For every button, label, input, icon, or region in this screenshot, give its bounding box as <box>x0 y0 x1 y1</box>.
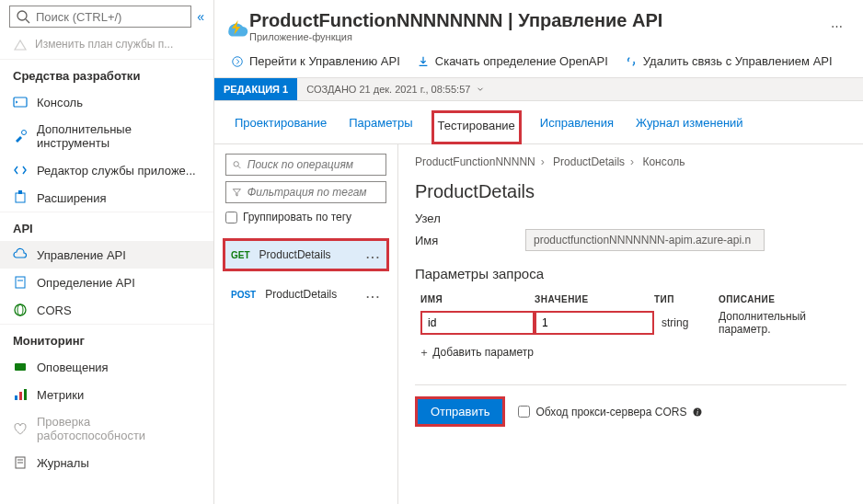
tab-test[interactable]: Тестирование <box>432 110 522 144</box>
tab-changelog[interactable]: Журнал изменений <box>632 110 747 143</box>
code-icon <box>13 163 28 178</box>
add-parameter-button[interactable]: ＋ Добавить параметр <box>415 338 846 368</box>
param-name-input[interactable] <box>420 311 535 335</box>
sidebar: « Изменить план службы п... Средства раз… <box>0 0 214 504</box>
function-app-icon <box>224 14 249 40</box>
detail-title: ProductDetails <box>415 181 846 202</box>
verb-post: POST <box>231 290 256 300</box>
goto-apim-link[interactable]: Перейти к Управлению API <box>231 54 400 68</box>
sidebar-item-extensions[interactable]: Расширения <box>0 184 213 212</box>
unlink-apim-link[interactable]: Удалить связь с Управлением API <box>625 54 833 68</box>
info-icon: i <box>692 407 703 418</box>
alert-icon <box>13 360 28 374</box>
search-icon <box>16 9 30 24</box>
name-label: Имя <box>415 234 507 247</box>
section-dev-tools: Средства разработки <box>0 59 213 88</box>
svg-rect-13 <box>24 389 27 400</box>
detail-pane: ProductFunctionNNNNN› ProductDetails› Ко… <box>398 144 863 504</box>
filter-icon <box>232 187 242 198</box>
change-plan-label: Изменить план службы п... <box>35 38 173 51</box>
operation-get-productdetails[interactable]: GET ProductDetails ... <box>223 238 389 271</box>
param-value-input[interactable] <box>535 311 654 335</box>
param-row: string Дополнительный параметр. <box>415 308 846 338</box>
svg-rect-2 <box>14 97 27 107</box>
sidebar-item-cors[interactable]: CORS <box>0 296 213 324</box>
node-label: Узел <box>415 212 846 225</box>
revision-chip[interactable]: РЕДАКЦИЯ 1 <box>214 78 297 100</box>
param-header-row: ИМЯ ЗНАЧЕНИЕ ТИП ОПИСАНИЕ <box>415 291 846 308</box>
tab-design[interactable]: Проектирование <box>231 110 330 143</box>
svg-rect-6 <box>16 277 25 288</box>
heart-icon <box>13 421 28 436</box>
svg-point-18 <box>234 162 238 166</box>
svg-rect-11 <box>15 395 17 400</box>
operations-search-input[interactable] <box>225 154 386 176</box>
change-plan-link[interactable]: Изменить план службы п... <box>0 33 213 59</box>
command-bar: Перейти к Управлению API Скачать определ… <box>214 45 863 77</box>
svg-point-9 <box>17 304 23 315</box>
svg-point-17 <box>233 56 243 66</box>
operation-more-icon[interactable]: ... <box>366 288 381 301</box>
operations-filter-input[interactable] <box>225 181 386 203</box>
query-params-heading: Параметры запроса <box>415 266 846 281</box>
console-icon <box>13 95 28 109</box>
param-desc: Дополнительный параметр. <box>719 310 846 336</box>
svg-rect-5 <box>18 190 22 194</box>
param-type: string <box>654 316 719 329</box>
svg-rect-12 <box>19 392 22 400</box>
scale-icon <box>13 37 28 52</box>
sidebar-item-api-management[interactable]: Управление API <box>0 241 213 269</box>
arrow-icon <box>231 55 244 68</box>
metrics-icon <box>13 387 28 402</box>
cloud-icon <box>13 247 28 262</box>
tab-fixes[interactable]: Исправления <box>536 110 617 143</box>
sidebar-item-api-definition[interactable]: Определение API <box>0 269 213 296</box>
operation-post-productdetails[interactable]: POST ProductDetails ... <box>225 281 386 308</box>
search-icon <box>232 159 242 170</box>
sidebar-search-input[interactable] <box>9 6 191 28</box>
operations-pane: Группировать по тегу GET ProductDetails … <box>214 144 398 504</box>
send-button[interactable]: Отправить <box>415 396 505 427</box>
svg-line-1 <box>26 19 29 23</box>
log-icon <box>13 455 28 470</box>
page-subtitle: Приложение-функция <box>249 31 662 43</box>
sidebar-item-health[interactable]: Проверка работоспособности <box>0 408 213 449</box>
crumb-op[interactable]: ProductDetails <box>553 155 625 168</box>
more-icon[interactable]: ⋯ <box>827 16 846 37</box>
svg-rect-4 <box>16 193 25 202</box>
chevron-down-icon[interactable] <box>476 85 485 94</box>
svg-line-19 <box>238 166 241 169</box>
main-pane: ProductFunctionNNNNNNNN | Управление API… <box>214 0 863 504</box>
verb-get: GET <box>231 250 250 260</box>
section-api: API <box>0 212 213 241</box>
tools-icon <box>13 129 28 143</box>
svg-text:i: i <box>696 408 698 417</box>
extension-icon <box>13 190 28 205</box>
cors-bypass-checkbox[interactable]: Обход прокси-сервера CORS i <box>518 406 703 418</box>
sidebar-item-advanced-tools[interactable]: Дополнительные инструменты <box>0 116 213 156</box>
tabs: Проектирование Параметры Тестирование Ис… <box>214 101 863 144</box>
sidebar-item-logs[interactable]: Журналы <box>0 449 213 476</box>
page-title: ProductFunctionNNNNNNNN | Управление API <box>249 9 662 31</box>
download-icon <box>417 55 430 68</box>
svg-point-3 <box>22 131 27 135</box>
tab-parameters[interactable]: Параметры <box>345 110 416 143</box>
crumb-app[interactable]: ProductFunctionNNNNN <box>415 155 535 168</box>
breadcrumb: ProductFunctionNNNNN› ProductDetails› Ко… <box>415 155 846 168</box>
section-monitoring: Мониторинг <box>0 324 213 353</box>
group-by-tag-checkbox[interactable]: Группировать по тегу <box>225 209 386 229</box>
crumb-console: Консоль <box>642 155 685 168</box>
svg-point-8 <box>15 304 26 315</box>
collapse-sidebar-icon[interactable]: « <box>197 9 204 24</box>
globe-icon <box>13 303 28 317</box>
operation-more-icon[interactable]: ... <box>366 248 381 261</box>
host-name-field[interactable]: productfunctionNNNNNNN-apim.azure-api.n <box>525 229 765 251</box>
sidebar-item-console[interactable]: Консоль <box>0 88 213 116</box>
sidebar-item-alerts[interactable]: Оповещения <box>0 353 213 381</box>
sidebar-item-app-editor[interactable]: Редактор службы приложе... <box>0 156 213 184</box>
svg-rect-10 <box>15 363 26 371</box>
sidebar-item-metrics[interactable]: Метрики <box>0 381 213 408</box>
doc-icon <box>13 275 28 290</box>
revision-meta: СОЗДАНО 21 дек. 2021 г., 08:55:57 <box>297 84 494 95</box>
download-openapi-link[interactable]: Скачать определение OpenAPI <box>417 54 608 68</box>
